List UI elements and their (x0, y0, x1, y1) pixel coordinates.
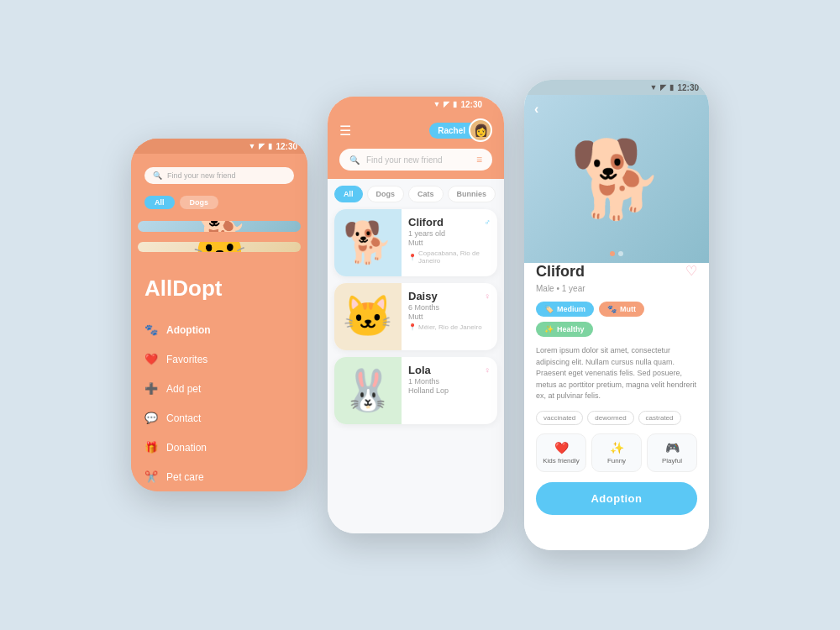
favorites-icon: ❤️ (144, 353, 158, 365)
daisy-name: Daisy (408, 290, 438, 302)
screen2-phone: ▼ ◤ ▮ 12:30 ☰ Rachel 👩 🔍 Find your new f… (328, 97, 504, 533)
signal-icon: ▼ (249, 142, 256, 150)
kids-icon: ❤️ (554, 441, 569, 454)
screen2-search-bar[interactable]: 🔍 Find your new friend ≡ (339, 149, 492, 171)
pet-card-lola[interactable]: 🐰 Lola ♀ 1 Months Holland Lop (334, 357, 497, 424)
user-profile[interactable]: Rachel 👩 (429, 118, 492, 142)
screen3-phone: ▼ ◤ ▮ 12:30 ‹ 🐕 Cliford ♡ Mal (524, 80, 709, 550)
menu-pet-care[interactable]: ✂️ Pet care (144, 462, 294, 491)
screen2-body: All Dogs Cats Bunnies 🐕 Cliford ♂ 1 year… (328, 179, 504, 533)
dot-2[interactable] (618, 251, 623, 256)
lola-breed: Holland Lop (408, 386, 491, 395)
location-pin-1: 📍 (408, 254, 417, 261)
search-placeholder-2: Find your new friend (366, 155, 443, 165)
health-dewormed: dewormed (587, 411, 633, 425)
tag-label-3: Healthy (557, 325, 585, 333)
search-icon-2: 🔍 (349, 155, 360, 165)
tag-icon-2: 🐾 (607, 305, 617, 313)
signal-icon-3: ▼ (650, 83, 658, 92)
cliford-age: 1 years old (408, 229, 491, 238)
personality-kids: ❤️ Kids friendly (536, 433, 586, 472)
hamburger-icon[interactable]: ☰ (339, 123, 351, 139)
tag-icon-1: 🏷️ (544, 305, 554, 313)
menu-favorites[interactable]: ❤️ Favorites (144, 344, 294, 374)
daisy-gender: ♀ (485, 291, 491, 301)
app-title: AllDopt (131, 259, 307, 315)
tab-cats[interactable]: Cats (408, 186, 444, 202)
cliford-name: Cliford (408, 216, 444, 228)
menu-donation[interactable]: 🎁 Donation (144, 433, 294, 462)
tab-dogs-mini[interactable]: Dogs (180, 196, 219, 209)
health-castrated: castrated (638, 411, 681, 425)
status-bar-3: ▼ ◤ ▮ 12:30 (524, 80, 709, 95)
menu-add-pet[interactable]: ➕ Add pet (144, 374, 294, 403)
cat-preview-emoji: 🐱 (191, 242, 249, 253)
kids-label: Kids friendly (543, 457, 580, 465)
daisy-info: Daisy ♀ 6 Months Mutt 📍 Méier, Rio de Ja… (402, 283, 497, 350)
menu-adoption[interactable]: 🐾 Adoption (144, 315, 294, 344)
health-vaccinated: vaccinated (536, 411, 583, 425)
tab-bunnies[interactable]: Bunnies (448, 186, 496, 202)
wifi-icon-3: ◤ (660, 83, 666, 92)
menu-items: 🐾 Adoption ❤️ Favorites ➕ Add pet 💬 Cont… (131, 315, 307, 491)
detail-name-row: Cliford ♡ (536, 263, 697, 281)
personality-funny: ✨ Funny (591, 433, 642, 472)
donation-icon: 🎁 (144, 441, 158, 454)
tab-all-mini[interactable]: All (144, 196, 175, 209)
battery-icon-3: ▮ (669, 83, 674, 92)
back-button[interactable]: ‹ (534, 102, 538, 117)
cliford-gender: ♂ (485, 218, 491, 227)
tag-medium: 🏷️ Medium (536, 302, 594, 317)
cliford-info: Cliford ♂ 1 years old Mutt 📍 Copacabana,… (402, 209, 497, 276)
adoption-icon: 🐾 (144, 323, 158, 336)
screen3-content: ▼ ◤ ▮ 12:30 ‹ 🐕 Cliford ♡ Mal (524, 80, 709, 550)
filter-tabs-mini: All Dogs (131, 191, 307, 214)
lola-name: Lola (408, 364, 431, 376)
search-header: 🔍 Find your new friend (131, 154, 307, 191)
daisy-location-text: Méier, Rio de Janeiro (418, 323, 482, 331)
time-display-1: 12:30 (276, 142, 297, 151)
filter-tabs: All Dogs Cats Bunnies (334, 186, 497, 202)
favorite-button[interactable]: ♡ (685, 263, 697, 279)
playful-icon: 🎮 (665, 441, 680, 454)
cliford-breed: Mutt (408, 239, 491, 247)
signal-icon-2: ▼ (433, 100, 441, 108)
pet-card-daisy[interactable]: 🐱 Daisy ♀ 6 Months Mutt 📍 Méier, Rio de … (334, 283, 497, 350)
time-display-2: 12:30 (460, 100, 482, 109)
adopt-button[interactable]: Adoption (536, 482, 697, 515)
pet-care-icon: ✂️ (144, 470, 158, 483)
search-bar-mini[interactable]: 🔍 Find your new friend (144, 167, 294, 184)
hero-pet-emoji: 🐕 (570, 135, 664, 223)
tab-dogs[interactable]: Dogs (367, 186, 405, 202)
personality-row: ❤️ Kids friendly ✨ Funny 🎮 Playful (536, 433, 697, 472)
tag-label-2: Mutt (620, 305, 636, 313)
pet-preview-cat: 🐱 (138, 242, 301, 253)
user-avatar: 👩 (469, 118, 492, 142)
detail-card: Cliford ♡ Male • 1 year 🏷️ Medium 🐾 Mutt (524, 249, 709, 550)
daisy-age: 6 Months (408, 303, 491, 312)
pet-card-cliford[interactable]: 🐕 Cliford ♂ 1 years old Mutt 📍 Copacaban… (334, 209, 497, 276)
tab-all[interactable]: All (334, 186, 363, 202)
daisy-breed: Mutt (408, 312, 491, 321)
daisy-image: 🐱 (334, 283, 402, 350)
menu-donation-label: Donation (166, 442, 207, 454)
screen2-header: ☰ Rachel 👩 (339, 112, 492, 149)
lola-age: 1 Months (408, 377, 491, 386)
wifi-icon: ◤ (259, 142, 265, 150)
user-name: Rachel (429, 123, 472, 139)
screen2-top: ▼ ◤ ▮ 12:30 ☰ Rachel 👩 🔍 Find your new f… (328, 97, 504, 179)
lola-image: 🐰 (334, 357, 402, 424)
daisy-name-row: Daisy ♀ (408, 290, 491, 302)
status-bar-1: ▼ ◤ ▮ 12:30 (131, 139, 307, 154)
menu-contact[interactable]: 💬 Contact (144, 403, 294, 433)
dog-preview-emoji: 🐕 (191, 221, 249, 232)
cliford-location: 📍 Copacabana, Rio de Janeiro (408, 249, 491, 265)
menu-adoption-label: Adoption (166, 324, 211, 336)
funny-label: Funny (607, 457, 626, 465)
filter-icon[interactable]: ≡ (476, 154, 482, 165)
pet-hero-image: ‹ 🐕 (524, 95, 709, 263)
cliford-image: 🐕 (334, 209, 402, 276)
tag-healthy: ✨ Healthy (536, 322, 593, 337)
dot-1[interactable] (610, 251, 615, 256)
battery-icon: ▮ (268, 142, 272, 150)
